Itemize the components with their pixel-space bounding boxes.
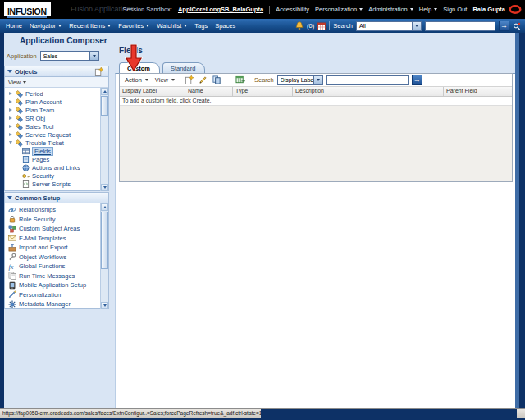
application-select[interactable]: Sales	[40, 51, 99, 61]
messages-icon	[8, 272, 16, 280]
common-item-email-templates[interactable]: E-Mail Templates	[5, 234, 108, 244]
tree-item-sales-tool[interactable]: Sales Tool	[5, 122, 108, 130]
collapse-icon[interactable]	[9, 141, 16, 144]
tree-item-security[interactable]: Security	[5, 171, 108, 180]
tree-item-plan-team[interactable]: Plan Team	[5, 106, 108, 114]
personalization-menu[interactable]: Personalization	[315, 6, 363, 13]
column-header-display-label[interactable]: Display Label	[120, 87, 185, 96]
calendar-icon[interactable]	[317, 22, 326, 30]
search-by-value: Display Label	[281, 77, 313, 83]
global-search-input[interactable]	[425, 21, 495, 31]
collapse-icon[interactable]	[7, 196, 12, 199]
scroll-down-button[interactable]	[101, 184, 108, 191]
accessibility-link[interactable]: Accessibility	[276, 6, 309, 13]
nav-spaces[interactable]: Spaces	[215, 22, 235, 30]
chevron-down-icon	[415, 25, 418, 27]
tree-item-period[interactable]: Period	[5, 89, 108, 98]
expand-icon[interactable]	[9, 116, 16, 120]
alerts-bell-icon[interactable]	[295, 21, 304, 30]
divider	[269, 6, 270, 14]
tree-item-fields[interactable]: Fields	[5, 147, 108, 155]
tree-item-actions-and-links[interactable]: Actions and Links	[5, 163, 108, 171]
browser-status-bar: https://fap0058-crm.oradeads.com/sales/f…	[0, 408, 525, 418]
object-icon	[16, 107, 23, 114]
expand-icon[interactable]	[9, 100, 16, 103]
nav-watchlist[interactable]: Watchlist	[157, 22, 187, 30]
common-item-role-security[interactable]: Role Security	[5, 215, 108, 225]
nav-tags[interactable]: Tags	[194, 22, 208, 30]
tab-standard[interactable]: Standard	[162, 62, 205, 73]
tree-item-label: Plan Account	[25, 98, 62, 106]
common-item-custom-subject-areas[interactable]: Custom Subject Areas	[5, 224, 108, 234]
scroll-up-button[interactable]	[101, 88, 108, 95]
chevron-down-icon	[107, 25, 111, 27]
column-header-type[interactable]: Type	[233, 87, 293, 96]
tree-item-sr-obj[interactable]: SR Obj	[5, 114, 108, 122]
tree-item-service-request[interactable]: Service Request	[5, 130, 108, 139]
search-by-select[interactable]: Display Label	[277, 75, 323, 85]
scrollbar-thumb[interactable]	[101, 212, 108, 269]
action-menu-button[interactable]: Action	[123, 76, 150, 84]
common-item-personalization[interactable]: Personalization	[5, 290, 108, 300]
tree-item-pages[interactable]: Pages	[5, 155, 108, 163]
sign-out-link[interactable]: Sign Out	[443, 6, 467, 13]
nav-favorites[interactable]: Favorites	[118, 22, 149, 30]
nav-home[interactable]: Home	[6, 22, 22, 30]
common-item-relationships[interactable]: Relationships	[5, 205, 108, 215]
search-scope-select[interactable]: All	[356, 21, 422, 31]
tree-item-server-scripts[interactable]: Server Scripts	[5, 180, 108, 188]
export-to-excel-icon[interactable]	[235, 75, 246, 84]
common-item-object-workflows[interactable]: Object Workflows	[5, 253, 108, 262]
common-item-mobile-application-setup[interactable]: Mobile Application Setup	[5, 281, 108, 290]
tree-item-label: Security	[32, 172, 54, 180]
administration-menu[interactable]: Administration	[368, 6, 413, 13]
copy-icon[interactable]	[212, 75, 222, 84]
table-search-go-button[interactable]: →	[412, 75, 422, 85]
nav-navigator[interactable]: Navigator	[30, 22, 62, 30]
create-icon[interactable]	[184, 75, 194, 84]
create-object-icon[interactable]	[94, 67, 103, 76]
collapse-icon[interactable]	[7, 70, 12, 73]
tree-item-label: Sales Tool	[25, 123, 53, 130]
edit-icon[interactable]	[198, 75, 208, 84]
column-header-name[interactable]: Name	[185, 87, 233, 96]
view-menu-button[interactable]: View	[153, 76, 176, 84]
empty-table-message: To add a custom field, click Create.	[120, 97, 512, 106]
tab-custom[interactable]: Custom	[119, 62, 160, 73]
help-menu[interactable]: Help	[419, 6, 437, 13]
table-search-input[interactable]	[326, 75, 409, 85]
global-search-label: Search	[333, 22, 353, 30]
expand-icon[interactable]	[9, 125, 16, 128]
scroll-down-button[interactable]	[101, 302, 108, 309]
session-sandbox-link[interactable]: ApplCoreLongSB_BalaGupta	[178, 6, 263, 13]
fields-toolbar: Action View Search Display Label →	[120, 74, 512, 87]
tree-item-trouble-ticket[interactable]: Trouble Ticket	[5, 139, 108, 147]
nav-recent-items[interactable]: Recent Items	[69, 22, 111, 30]
objects-header[interactable]: Objects	[5, 66, 108, 77]
dropdown-button[interactable]	[412, 22, 421, 30]
scroll-up-button[interactable]	[101, 203, 108, 211]
expand-icon[interactable]	[9, 133, 16, 136]
tree-item-label: Actions and Links	[32, 164, 80, 171]
advanced-search-icon[interactable]	[513, 22, 521, 30]
common-item-metadata-manager[interactable]: Metadata Manager	[5, 299, 108, 309]
chevron-down-icon	[146, 25, 149, 27]
common-setup-scrollbar[interactable]	[100, 203, 108, 309]
expand-icon[interactable]	[9, 108, 16, 112]
column-header-description[interactable]: Description	[293, 87, 444, 96]
dropdown-button[interactable]	[313, 76, 322, 84]
tree-item-plan-account[interactable]: Plan Account	[5, 98, 108, 106]
tree-scrollbar[interactable]	[100, 88, 108, 191]
scrollbar-thumb[interactable]	[101, 96, 108, 116]
objects-view-menu[interactable]: View	[5, 77, 108, 88]
common-setup-header[interactable]: Common Setup	[5, 193, 108, 203]
expand-icon[interactable]	[9, 92, 16, 95]
dropdown-button[interactable]	[89, 52, 98, 60]
main-panel: Fields Custom Standard Action View Searc…	[115, 45, 515, 408]
common-item-import-and-export[interactable]: Import and Export	[5, 243, 108, 253]
script-icon	[22, 180, 30, 188]
search-go-button[interactable]: →	[499, 21, 509, 31]
common-item-global-functions[interactable]: fxGlobal Functions	[5, 262, 108, 272]
column-header-parent-field[interactable]: Parent Field	[444, 87, 512, 96]
common-item-run-time-messages[interactable]: Run Time Messages	[5, 272, 108, 281]
